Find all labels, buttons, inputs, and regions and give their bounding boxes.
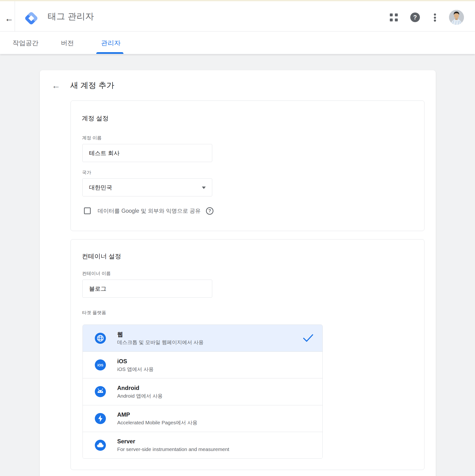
- page-title: 새 계정 추가: [70, 80, 114, 91]
- platform-title: Server: [117, 438, 229, 445]
- add-account-card: ← 새 계정 추가 계정 설정 계정 이름 테스트 회사 국가 대한민국 데이터…: [40, 70, 436, 476]
- page-background: ← 새 계정 추가 계정 설정 계정 이름 테스트 회사 국가 대한민국 데이터…: [0, 54, 475, 476]
- share-help-icon[interactable]: ?: [206, 207, 213, 215]
- more-menu-icon[interactable]: [434, 14, 436, 22]
- target-platform-label: 타겟 플랫폼: [82, 310, 106, 316]
- tab-bar: 작업공간 버전 관리자: [0, 32, 475, 54]
- web-icon: [95, 333, 106, 344]
- account-name-input[interactable]: 테스트 회사: [82, 144, 212, 162]
- platform-description: 데스크톱 및 모바일 웹페이지에서 사용: [117, 339, 203, 345]
- ios-icon: iOS: [95, 359, 106, 371]
- platform-description: Android 앱에서 사용: [117, 392, 163, 399]
- account-settings-section: 계정 설정 계정 이름 테스트 회사 국가 대한민국 데이터를 Google 및…: [71, 101, 424, 231]
- page-back-arrow-icon[interactable]: ←: [51, 81, 61, 90]
- tab-admin[interactable]: 관리자: [101, 32, 121, 54]
- container-settings-section: 컨테이너 설정 컨테이너 이름 블로그 타겟 플랫폼 웹데스크톱 및 모바일 웹…: [71, 239, 424, 470]
- server-icon: [95, 440, 106, 451]
- container-name-value: 블로그: [89, 285, 106, 292]
- platform-row-web[interactable]: 웹데스크톱 및 모바일 웹페이지에서 사용: [83, 325, 322, 352]
- account-name-value: 테스트 회사: [89, 149, 120, 157]
- active-tab-underline: [96, 52, 124, 54]
- platform-title: Android: [117, 384, 163, 392]
- tab-versions[interactable]: 버전: [61, 32, 74, 54]
- country-select[interactable]: 대한민국: [82, 178, 212, 196]
- platform-text: AMPAccelerated Mobile Pages에서 사용: [117, 411, 198, 426]
- platform-title: AMP: [117, 411, 198, 418]
- platform-description: Accelerated Mobile Pages에서 사용: [117, 419, 198, 426]
- platform-text: ServerFor server-side instrumentation an…: [117, 438, 229, 452]
- share-data-row: 데이터를 Google 및 외부와 익명으로 공유 ?: [84, 206, 213, 215]
- svg-text:iOS: iOS: [97, 363, 104, 367]
- amp-icon: [95, 413, 106, 424]
- avatar[interactable]: [449, 10, 464, 25]
- app-title: 태그 관리자: [48, 1, 94, 32]
- platform-text: AndroidAndroid 앱에서 사용: [117, 384, 163, 399]
- selected-check-icon: [303, 334, 313, 342]
- container-name-label: 컨테이너 이름: [82, 271, 111, 277]
- platform-row-android[interactable]: AndroidAndroid 앱에서 사용: [83, 378, 322, 405]
- tab-workspace[interactable]: 작업공간: [13, 32, 38, 54]
- platform-row-amp[interactable]: AMPAccelerated Mobile Pages에서 사용: [83, 405, 322, 432]
- account-name-label: 계정 이름: [82, 135, 102, 141]
- help-icon[interactable]: ?: [410, 13, 420, 22]
- country-label: 국가: [82, 170, 91, 176]
- tag-manager-logo-icon: [23, 10, 39, 26]
- target-platform-list: 웹데스크톱 및 모바일 웹페이지에서 사용 iOSiOSiOS 앱에서 사용 A…: [83, 324, 323, 459]
- apps-grid-icon[interactable]: [390, 14, 398, 22]
- avatar-image: [449, 10, 464, 25]
- gtm-admin-screen: ← 태그 관리자 ? 작업공간 버전 관: [0, 0, 475, 476]
- container-name-input[interactable]: 블로그: [82, 280, 212, 298]
- share-data-checkbox[interactable]: [84, 207, 91, 214]
- country-value: 대한민국: [89, 184, 112, 191]
- platform-row-ios[interactable]: iOSiOSiOS 앱에서 사용: [83, 352, 322, 378]
- share-data-label: 데이터를 Google 및 외부와 익명으로 공유: [98, 207, 201, 215]
- chevron-down-icon: [202, 187, 206, 189]
- container-settings-heading: 컨테이너 설정: [82, 252, 121, 261]
- platform-text: iOSiOS 앱에서 사용: [117, 358, 154, 372]
- platform-row-server[interactable]: ServerFor server-side instrumentation an…: [83, 432, 322, 459]
- android-icon: [95, 386, 106, 397]
- platform-description: For server-side instrumentation and meas…: [117, 446, 229, 452]
- app-bar: ← 태그 관리자 ?: [0, 1, 475, 32]
- platform-title: iOS: [117, 358, 154, 365]
- browser-back-button[interactable]: ←: [4, 13, 15, 24]
- account-settings-heading: 계정 설정: [82, 114, 109, 123]
- platform-text: 웹데스크톱 및 모바일 웹페이지에서 사용: [117, 331, 203, 345]
- platform-title: 웹: [117, 331, 203, 338]
- platform-description: iOS 앱에서 사용: [117, 366, 154, 372]
